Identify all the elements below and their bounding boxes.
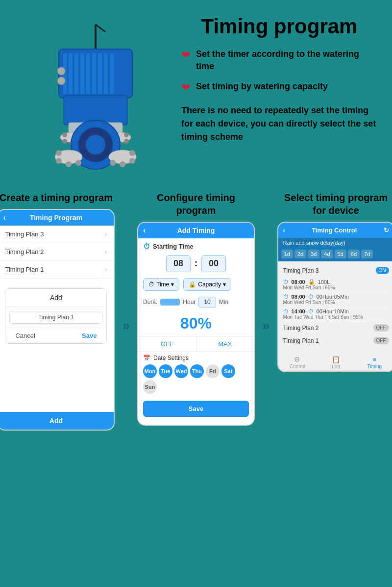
day-sun[interactable]: Sun bbox=[143, 380, 157, 394]
schedule-time-row-2: ⏱ 08:00 ⏱ 00Hour05Min bbox=[283, 294, 389, 300]
svg-rect-4 bbox=[69, 53, 73, 94]
day-tab-7d[interactable]: 7d bbox=[361, 250, 373, 258]
heart-icon-2: ❤ bbox=[181, 81, 190, 94]
clock-icon: ⏱ bbox=[143, 242, 150, 250]
max-button[interactable]: MAX bbox=[196, 337, 254, 351]
back-arrow-2[interactable]: ‹ bbox=[143, 226, 146, 235]
s-cap-1: 100L bbox=[318, 279, 330, 285]
date-settings-label: 📅 Date Settings bbox=[143, 355, 249, 361]
day-mon[interactable]: Mon bbox=[143, 364, 157, 378]
selector-row: ⏱ Time ▾ 🔒 Capacity ▾ bbox=[138, 275, 254, 294]
phone-2-save-button[interactable]: Save bbox=[143, 401, 249, 417]
off-button[interactable]: OFF bbox=[138, 337, 196, 351]
schedule-2: ⏱ 08:00 ⏱ 00Hour05Min Mon Wed Fri Sun | … bbox=[281, 292, 391, 307]
arrow-icon-1: › bbox=[105, 266, 107, 273]
svg-point-17 bbox=[62, 132, 67, 137]
arrow-icon-3: › bbox=[105, 230, 107, 238]
off-max-row: OFF MAX bbox=[138, 336, 254, 352]
refresh-icon[interactable]: ↻ bbox=[384, 227, 389, 234]
cancel-button[interactable]: Cancel bbox=[15, 332, 35, 339]
step-3: Select timing program for device ‹ Timin… bbox=[277, 191, 392, 431]
footer-tab-timing[interactable]: ≡ Timing bbox=[355, 356, 392, 369]
day-sat[interactable]: Sat bbox=[221, 364, 235, 378]
plan-toggle-2: Timing Plan 2 OFF bbox=[281, 322, 391, 334]
day-tab-3d[interactable]: 3d bbox=[308, 250, 319, 258]
top-section: Timing program ❤ Set the timer according… bbox=[0, 0, 392, 186]
plan-2-name: Timing Plan 2 bbox=[283, 325, 319, 332]
phone-2-header: ‹ Add Timing bbox=[138, 223, 254, 238]
dura-row: Dura. Hour 10 Min bbox=[138, 294, 254, 310]
minute-box[interactable]: 00 bbox=[201, 255, 226, 272]
day-tab-1d[interactable]: 1d bbox=[281, 250, 293, 258]
plan-item-1[interactable]: Timing Plan 1 › bbox=[0, 261, 114, 279]
day-tue[interactable]: Tue bbox=[159, 364, 172, 378]
schedule-time-row-1: ⏱ 08:00 🔒 100L bbox=[283, 279, 389, 285]
bullet-item-1: ❤ Set the timer according to the waterin… bbox=[181, 48, 377, 73]
svg-point-21 bbox=[124, 132, 129, 137]
schedule-cap-icon-2: ⏱ bbox=[308, 294, 314, 300]
svg-point-12 bbox=[57, 67, 65, 75]
s-days-3: Mon Tue Wed Thu Fri Sat Sun | 95% bbox=[283, 314, 389, 320]
lock-small-icon: 🔒 bbox=[189, 281, 196, 288]
date-settings: 📅 Date Settings Mon Tue Wed Thu Fri Sat … bbox=[138, 352, 254, 397]
footer-tab-log[interactable]: 📋 Log bbox=[317, 356, 355, 369]
time-selector[interactable]: ⏱ Time ▾ bbox=[143, 278, 179, 291]
day-thu[interactable]: Thu bbox=[190, 364, 204, 378]
plan-item-3[interactable]: Timing Plan 3 › bbox=[0, 226, 114, 243]
schedule-clock-1: ⏱ bbox=[283, 279, 289, 285]
svg-point-34 bbox=[129, 158, 135, 164]
svg-point-22 bbox=[124, 139, 129, 144]
dura-min-value[interactable]: 10 bbox=[198, 297, 216, 307]
svg-rect-5 bbox=[74, 53, 78, 94]
phone-2-body: ⏱ Starting Time 08 : 00 ⏱ Time ▾ bbox=[138, 238, 254, 425]
day-tab-5d[interactable]: 5d bbox=[335, 250, 346, 258]
timing-plan-input[interactable]: Timing Plan 1 bbox=[9, 311, 102, 324]
s-time-2: 08:00 bbox=[292, 294, 305, 300]
day-wed[interactable]: Wed bbox=[174, 364, 188, 378]
day-tab-4d[interactable]: 4d bbox=[321, 250, 333, 258]
add-dialog: Add Timing Plan 1 Cancel Save bbox=[5, 288, 107, 344]
s-cap-2: 00Hour05Min bbox=[317, 294, 349, 300]
starting-time-label: ⏱ Starting Time bbox=[138, 238, 254, 252]
right-content: Timing program ❤ Set the timer according… bbox=[181, 15, 377, 144]
footer-tab-control[interactable]: ⚙ Control bbox=[278, 356, 317, 369]
plan-3-name: Timing Plan 3 bbox=[283, 267, 319, 274]
svg-point-33 bbox=[129, 150, 135, 156]
svg-rect-8 bbox=[92, 53, 96, 94]
back-arrow-3[interactable]: ‹ bbox=[283, 227, 285, 234]
step-1-title: Create a timing program bbox=[0, 191, 113, 204]
days-row: Mon Tue Wed Thu Fri Sat Sun bbox=[143, 364, 249, 394]
day-tab-2d[interactable]: 2d bbox=[294, 250, 306, 258]
plan-item-2[interactable]: Timing Plan 2 › bbox=[0, 243, 114, 261]
svg-point-26 bbox=[86, 135, 105, 154]
phone-3-header: ‹ Timing Control ↻ bbox=[278, 223, 392, 238]
phone-3-footer: ⚙ Control 📋 Log ≡ Timing bbox=[278, 352, 392, 371]
day-tab-6d[interactable]: 6d bbox=[348, 250, 360, 258]
timing-icon: ≡ bbox=[355, 356, 392, 363]
rain-delay-label: Rain and snow delay(day) bbox=[278, 238, 392, 248]
add-footer-button[interactable]: Add bbox=[0, 412, 114, 430]
description-text: There is no need to repeatedly set the t… bbox=[181, 104, 377, 144]
schedule-clock-3: ⏱ bbox=[283, 308, 289, 314]
chevron-down-icon-1: ▾ bbox=[171, 281, 174, 288]
calendar-icon: 📅 bbox=[143, 355, 150, 361]
svg-rect-9 bbox=[98, 53, 102, 94]
save-button[interactable]: Save bbox=[82, 332, 97, 339]
steps-row: Create a timing program ‹ Timing Program… bbox=[10, 191, 382, 431]
day-fri[interactable]: Fri bbox=[206, 364, 220, 378]
arrows-1: » bbox=[122, 318, 130, 333]
toggle-off-1[interactable]: OFF bbox=[373, 337, 389, 344]
toggle-on-3[interactable]: ON bbox=[376, 267, 389, 274]
phone-1-header: ‹ Timing Program bbox=[0, 210, 114, 226]
capacity-selector[interactable]: 🔒 Capacity ▾ bbox=[183, 278, 231, 291]
back-arrow-1[interactable]: ‹ bbox=[3, 213, 5, 222]
bottom-section: Create a timing program ‹ Timing Program… bbox=[0, 186, 392, 440]
time-row: 08 : 00 bbox=[138, 252, 254, 275]
toggle-off-2[interactable]: OFF bbox=[373, 324, 389, 332]
dura-blue-box bbox=[160, 299, 180, 306]
arrows-2: » bbox=[262, 318, 270, 333]
schedule-time-row-3: ⏱ 14:00 ⏱ 00Hour10Min bbox=[283, 308, 389, 314]
page-title: Timing program bbox=[181, 15, 377, 38]
hour-box[interactable]: 08 bbox=[166, 255, 191, 272]
schedule-clock-2: ⏱ bbox=[283, 294, 289, 300]
